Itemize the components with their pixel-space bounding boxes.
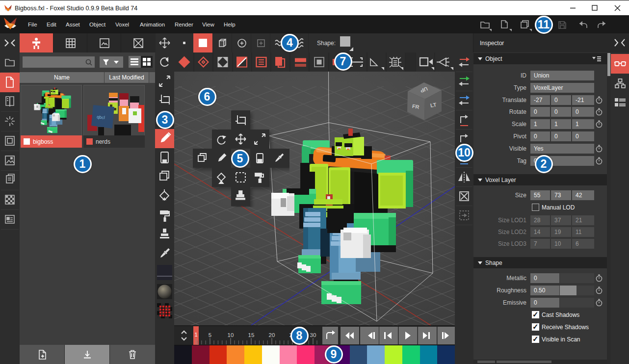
- svg-text:10: 10: [228, 332, 234, 338]
- svg-text:LT: LT: [430, 102, 437, 108]
- svg-text:qbcl: qbcl: [97, 114, 105, 120]
- svg-text:5: 5: [209, 332, 211, 338]
- svg-text:1: 1: [194, 332, 197, 338]
- svg-text:15: 15: [248, 332, 255, 338]
- svg-text:20: 20: [269, 332, 275, 338]
- svg-text:30: 30: [310, 332, 316, 338]
- svg-text:FR: FR: [412, 103, 419, 110]
